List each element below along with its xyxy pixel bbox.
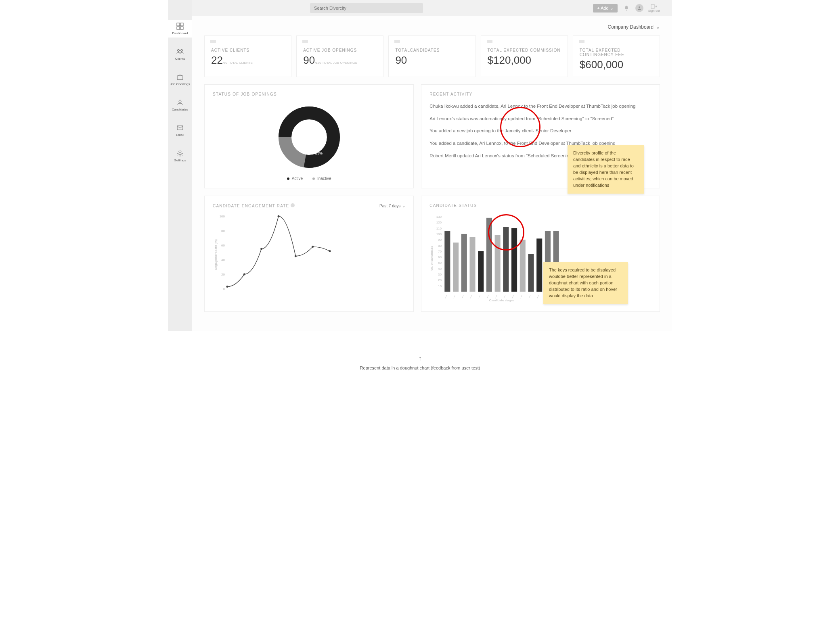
topbar: + Add ⌄ Sign out — [192, 0, 672, 16]
sidebar-item-clients[interactable]: Clients — [168, 46, 192, 63]
activity-item: Chuka Ikokwu added a candidate, Ari Lenn… — [429, 103, 651, 110]
stat-contingency: TOTAL EXPECTED CONTINGENCY FEE $600,000 — [573, 35, 660, 77]
svg-rect-6 — [177, 76, 183, 79]
sidebar-item-settings[interactable]: Settings — [168, 147, 192, 165]
svg-text:Candidate stages: Candidate stages — [489, 299, 514, 302]
panel-title: RECENT ACTIVITY — [429, 92, 651, 96]
svg-text:—: — — [452, 294, 457, 299]
svg-text:40: 40 — [438, 267, 442, 271]
sign-out-button[interactable]: Sign out — [648, 4, 660, 13]
svg-text:23%: 23% — [315, 151, 323, 155]
add-button[interactable]: + Add ⌄ — [593, 4, 618, 13]
svg-rect-54 — [478, 251, 484, 292]
chevron-down-icon: ⌄ — [656, 24, 660, 30]
sign-out-label: Sign out — [648, 9, 660, 13]
stat-label: ACTIVE JOB OPENINGS — [303, 48, 377, 52]
time-filter[interactable]: Past 7 days ⌄ — [379, 204, 405, 208]
sidebar-item-dashboard[interactable]: Dashboard — [168, 20, 192, 38]
bell-icon[interactable] — [622, 4, 631, 12]
sidebar-item-label: Email — [176, 133, 184, 137]
briefcase-icon — [176, 73, 184, 81]
sidebar-item-job-openings[interactable]: Job Openings — [168, 71, 192, 88]
search-input[interactable] — [310, 3, 423, 13]
svg-text:—: — — [469, 294, 473, 299]
panel-job-status: STATUS OF JOB OPENINGS 80% 23% — [204, 84, 414, 188]
svg-text:Engagement rate (%): Engagement rate (%) — [214, 239, 218, 270]
sidebar-item-candidates[interactable]: Candidates — [168, 96, 192, 114]
chevron-down-icon: ⌄ — [402, 204, 405, 208]
svg-rect-64 — [520, 240, 526, 292]
stat-value: 90/130 TOTAL JOB OPENINGS — [303, 54, 377, 67]
svg-rect-58 — [495, 235, 501, 292]
svg-text:0: 0 — [223, 287, 225, 291]
svg-rect-48 — [453, 242, 459, 292]
engagement-chart: 020406080100Engagement rate (%) — [213, 212, 405, 298]
sticky-note-1: Divercity profile of the candidates in r… — [568, 145, 644, 194]
svg-text:60: 60 — [438, 255, 442, 259]
svg-point-29 — [312, 246, 314, 248]
dashboard-selector[interactable]: Company Dashboard ⌄ — [204, 24, 660, 30]
stat-active-clients: ACTIVE CLIENTS 22/50 TOTAL CLIENTS — [204, 35, 291, 77]
stat-commission: TOTAL EXPECTED COMMISSION $120,000 — [481, 35, 568, 77]
user-icon — [176, 99, 184, 106]
svg-rect-50 — [461, 234, 467, 292]
svg-text:—: — — [536, 294, 540, 299]
sidebar-item-label: Clients — [175, 57, 185, 61]
legend-inactive: Inactive — [312, 176, 331, 181]
sidebar-item-email[interactable]: Email — [168, 122, 192, 139]
svg-text:80%: 80% — [298, 124, 305, 128]
svg-text:—: — — [444, 294, 448, 299]
svg-point-28 — [295, 255, 297, 257]
svg-text:—: — — [460, 294, 465, 299]
svg-point-5 — [181, 50, 183, 52]
stat-label: ACTIVE CLIENTS — [211, 48, 285, 52]
stat-label: TOTALCANDIDATES — [395, 48, 469, 52]
svg-rect-2 — [177, 27, 180, 29]
svg-text:40: 40 — [221, 258, 225, 262]
clients-icon — [176, 48, 184, 55]
svg-text:80: 80 — [221, 229, 225, 233]
stat-value: $120,000 — [488, 54, 561, 67]
stats-row: ACTIVE CLIENTS 22/50 TOTAL CLIENTS ACTIV… — [204, 35, 660, 77]
avatar[interactable] — [635, 4, 643, 12]
svg-rect-68 — [536, 238, 542, 292]
svg-text:70: 70 — [438, 250, 442, 253]
sidebar-item-label: Settings — [174, 159, 186, 162]
svg-text:No. of candidates: No. of candidates — [430, 246, 434, 271]
svg-text:50: 50 — [438, 261, 442, 265]
svg-text:—: — — [477, 294, 482, 299]
svg-text:90: 90 — [438, 238, 442, 242]
svg-point-30 — [329, 250, 331, 252]
svg-text:20: 20 — [221, 273, 225, 276]
activity-item: You added a new job opening to the Jamci… — [429, 127, 651, 134]
svg-text:10: 10 — [438, 284, 442, 288]
svg-rect-60 — [503, 227, 509, 292]
dashboard-icon — [176, 23, 184, 30]
activity-item: Ari Lennox's status was automatically up… — [429, 115, 651, 122]
svg-rect-3 — [180, 27, 183, 29]
sidebar: Dashboard Clients Job Openings Candidate… — [168, 0, 192, 331]
arrow-up-icon: ↑ — [419, 355, 422, 362]
mail-icon — [176, 124, 184, 132]
legend-active: Active — [287, 176, 303, 181]
stat-label: TOTAL EXPECTED CONTINGENCY FEE — [580, 48, 653, 57]
svg-rect-0 — [177, 23, 180, 26]
dashboard-selector-label: Company Dashboard — [608, 24, 654, 30]
info-icon[interactable] — [291, 203, 295, 207]
stat-label: TOTAL EXPECTED COMMISSION — [488, 48, 561, 52]
svg-rect-62 — [511, 228, 517, 292]
panel-title: STATUS OF JOB OPENINGS — [213, 92, 405, 96]
sidebar-item-label: Dashboard — [172, 31, 188, 35]
stat-active-jobs: ACTIVE JOB OPENINGS 90/130 TOTAL JOB OPE… — [296, 35, 383, 77]
svg-text:110: 110 — [436, 227, 442, 230]
svg-rect-56 — [486, 218, 492, 292]
svg-point-9 — [179, 152, 181, 154]
svg-point-7 — [179, 100, 181, 102]
svg-text:—: — — [519, 294, 524, 299]
svg-point-11 — [639, 6, 640, 8]
svg-text:60: 60 — [221, 244, 225, 247]
svg-text:100: 100 — [220, 215, 225, 218]
panel-engagement: CANDIDATE ENGAGEMENT RATE Past 7 days ⌄ … — [204, 196, 414, 312]
svg-point-25 — [243, 273, 245, 276]
svg-text:100: 100 — [436, 232, 442, 236]
